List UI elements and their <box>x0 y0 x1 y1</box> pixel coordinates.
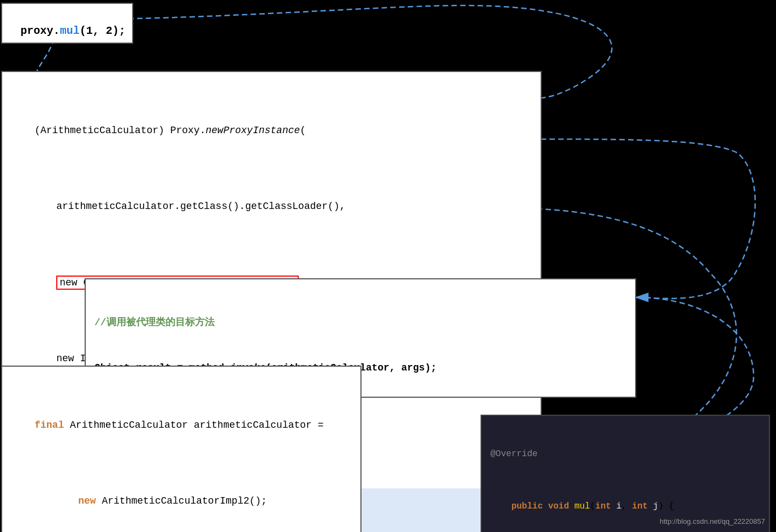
final-line2: new ArithmeticCalculatorImpl2(); <box>11 479 352 524</box>
comment-line: //调用被代理类的目标方法 <box>94 315 626 331</box>
proxy-mul-code: proxy.mul(1, 2); <box>21 25 126 37</box>
proxy-line2: arithmeticCalculator.getClass().getClass… <box>11 184 532 230</box>
proxy-mul-box: proxy.mul(1, 2); <box>1 3 133 44</box>
override-annotation: @Override <box>490 447 760 461</box>
watermark: http://blog.csdn.net/qq_22220857 <box>660 517 765 525</box>
final-line1: final ArithmeticCalculator arithmeticCal… <box>11 403 352 449</box>
final-calculator-box: final ArithmeticCalculator arithmeticCal… <box>1 366 362 532</box>
override-mul-box: @Override public void mul(int i, int j) … <box>481 415 770 532</box>
proxy-line1: (ArithmeticCalculator) Proxy.newProxyIns… <box>11 108 532 154</box>
